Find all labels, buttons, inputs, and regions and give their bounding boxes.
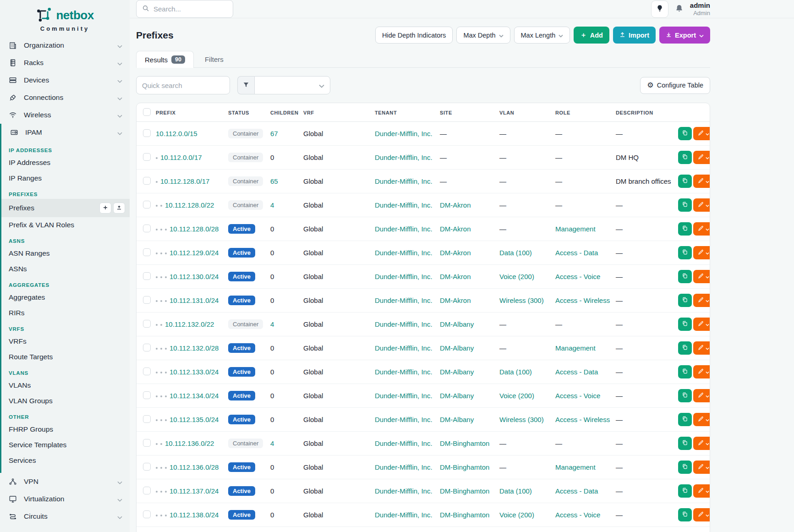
sidebar-item-vlans[interactable]: VLANs bbox=[1, 378, 130, 393]
sidebar-item-connections[interactable]: Connections bbox=[0, 89, 130, 106]
prefix-link[interactable]: 10.112.0.0/17 bbox=[160, 154, 202, 161]
tenant-link[interactable]: Dunder-Mifflin, Inc. bbox=[375, 130, 433, 137]
edit-button[interactable] bbox=[693, 151, 710, 164]
row-checkbox[interactable] bbox=[143, 296, 151, 304]
sidebar-item-vrfs[interactable]: VRFs bbox=[1, 334, 130, 349]
edit-button[interactable] bbox=[693, 127, 710, 140]
column-header-tenant[interactable]: TENANT bbox=[371, 103, 436, 122]
user-menu[interactable]: admin Admin bbox=[690, 1, 710, 17]
clone-button[interactable] bbox=[678, 341, 692, 355]
sidebar-item-fhrp-groups[interactable]: FHRP Groups bbox=[1, 422, 130, 437]
row-checkbox[interactable] bbox=[143, 201, 151, 208]
clone-button[interactable] bbox=[678, 413, 692, 426]
sidebar-item-organization[interactable]: Organization bbox=[0, 37, 130, 54]
edit-button[interactable] bbox=[693, 461, 710, 474]
sidebar-item-ip-addresses[interactable]: IP Addresses bbox=[1, 155, 130, 170]
role-link[interactable]: Management bbox=[555, 225, 596, 233]
sidebar-item-circuits[interactable]: Circuits bbox=[0, 508, 130, 525]
site-link[interactable]: DM-Binghamton bbox=[440, 439, 489, 447]
edit-button[interactable] bbox=[693, 365, 710, 378]
tenant-link[interactable]: Dunder-Mifflin, Inc. bbox=[375, 487, 433, 495]
tenant-link[interactable]: Dunder-Mifflin, Inc. bbox=[375, 416, 433, 423]
prefix-link[interactable]: 10.112.128.0/22 bbox=[165, 201, 214, 209]
prefix-link[interactable]: 10.112.129.0/24 bbox=[170, 249, 219, 257]
edit-button[interactable] bbox=[693, 413, 710, 426]
edit-button[interactable] bbox=[693, 437, 710, 450]
children-link[interactable]: 4 bbox=[270, 320, 274, 328]
site-link[interactable]: DM-Binghamton bbox=[440, 463, 489, 471]
clone-button[interactable] bbox=[678, 365, 692, 378]
edit-button[interactable] bbox=[693, 484, 710, 498]
tenant-link[interactable]: Dunder-Mifflin, Inc. bbox=[375, 320, 433, 328]
clone-button[interactable] bbox=[678, 437, 692, 450]
column-header-vlan[interactable]: VLAN bbox=[496, 103, 552, 122]
tenant-link[interactable]: Dunder-Mifflin, Inc. bbox=[375, 177, 433, 185]
sidebar-item-ip-ranges[interactable]: IP Ranges bbox=[1, 170, 130, 186]
clone-button[interactable] bbox=[678, 246, 692, 259]
prefix-link[interactable]: 10.112.131.0/24 bbox=[170, 296, 219, 304]
saved-filter-select[interactable] bbox=[254, 76, 330, 94]
row-checkbox[interactable] bbox=[143, 367, 151, 375]
vlan-link[interactable]: Data (100) bbox=[499, 249, 532, 257]
site-link[interactable]: DM-Akron bbox=[440, 296, 471, 304]
quick-import-button[interactable] bbox=[113, 203, 125, 214]
tenant-link[interactable]: Dunder-Mifflin, Inc. bbox=[375, 344, 433, 352]
row-checkbox[interactable] bbox=[143, 272, 151, 280]
tenant-link[interactable]: Dunder-Mifflin, Inc. bbox=[375, 249, 433, 257]
configure-table-button[interactable]: ⚙ Configure Table bbox=[640, 77, 710, 94]
site-link[interactable]: DM-Akron bbox=[440, 273, 471, 280]
column-header-children[interactable]: CHILDREN bbox=[267, 103, 300, 122]
column-header-vrf[interactable]: VRF bbox=[300, 103, 371, 122]
row-checkbox[interactable] bbox=[143, 415, 151, 423]
clone-button[interactable] bbox=[678, 508, 692, 521]
sidebar-item-asn-ranges[interactable]: ASN Ranges bbox=[1, 246, 130, 261]
tenant-link[interactable]: Dunder-Mifflin, Inc. bbox=[375, 511, 433, 519]
site-link[interactable]: DM-Albany bbox=[440, 320, 474, 328]
hide-depth-indicators-button[interactable]: Hide Depth Indicators bbox=[375, 27, 453, 44]
edit-button[interactable] bbox=[693, 175, 710, 188]
prefix-link[interactable]: 10.112.138.0/24 bbox=[170, 511, 219, 519]
role-link[interactable]: Access - Wireless bbox=[555, 296, 610, 304]
site-link[interactable]: DM-Albany bbox=[440, 368, 474, 376]
row-checkbox[interactable] bbox=[143, 225, 151, 232]
max-length-dropdown[interactable]: Max Length bbox=[514, 27, 570, 44]
sidebar-item-vpn[interactable]: VPN bbox=[0, 473, 130, 490]
clone-button[interactable] bbox=[678, 222, 692, 236]
row-checkbox[interactable] bbox=[143, 153, 151, 161]
role-link[interactable]: Access - Wireless bbox=[555, 416, 610, 423]
sidebar-item-route-targets[interactable]: Route Targets bbox=[1, 349, 130, 365]
prefix-link[interactable]: 10.112.134.0/24 bbox=[170, 392, 219, 400]
edit-button[interactable] bbox=[693, 508, 710, 521]
tenant-link[interactable]: Dunder-Mifflin, Inc. bbox=[375, 273, 433, 280]
sidebar-item-racks[interactable]: Racks bbox=[0, 54, 130, 71]
children-link[interactable]: 65 bbox=[270, 177, 278, 185]
add-button[interactable]: ＋Add bbox=[574, 27, 609, 44]
role-link[interactable]: Access - Voice bbox=[555, 392, 600, 400]
vlan-link[interactable]: Voice (200) bbox=[499, 392, 534, 400]
vlan-link[interactable]: Data (100) bbox=[499, 487, 532, 495]
edit-button[interactable] bbox=[693, 294, 710, 307]
global-search[interactable] bbox=[136, 0, 233, 18]
sidebar-item-devices[interactable]: Devices bbox=[0, 71, 130, 89]
tenant-link[interactable]: Dunder-Mifflin, Inc. bbox=[375, 368, 433, 376]
sidebar-item-asns[interactable]: ASNs bbox=[1, 261, 130, 277]
edit-button[interactable] bbox=[693, 270, 710, 283]
sidebar-item-wireless[interactable]: Wireless bbox=[0, 106, 130, 124]
row-checkbox[interactable] bbox=[143, 391, 151, 399]
site-link[interactable]: DM-Albany bbox=[440, 416, 474, 423]
sidebar-item-service-templates[interactable]: Service Templates bbox=[1, 437, 130, 453]
vlan-link[interactable]: Voice (200) bbox=[499, 273, 534, 280]
role-link[interactable]: Management bbox=[555, 344, 596, 352]
sidebar-item-prefix-vlan-roles[interactable]: Prefix & VLAN Roles bbox=[1, 217, 130, 233]
clone-button[interactable] bbox=[678, 175, 692, 188]
row-checkbox[interactable] bbox=[143, 320, 151, 328]
role-link[interactable]: Access - Voice bbox=[555, 511, 600, 519]
site-link[interactable]: DM-Albany bbox=[440, 392, 474, 400]
role-link[interactable]: Access - Data bbox=[555, 368, 598, 376]
edit-button[interactable] bbox=[693, 198, 710, 212]
tab-results[interactable]: Results 90 bbox=[136, 51, 194, 68]
edit-button[interactable] bbox=[693, 318, 710, 331]
prefix-link[interactable]: 10.112.132.0/22 bbox=[165, 320, 214, 328]
vlan-link[interactable]: Wireless (300) bbox=[499, 296, 544, 304]
prefix-link[interactable]: 10.112.0.0/15 bbox=[156, 130, 197, 137]
